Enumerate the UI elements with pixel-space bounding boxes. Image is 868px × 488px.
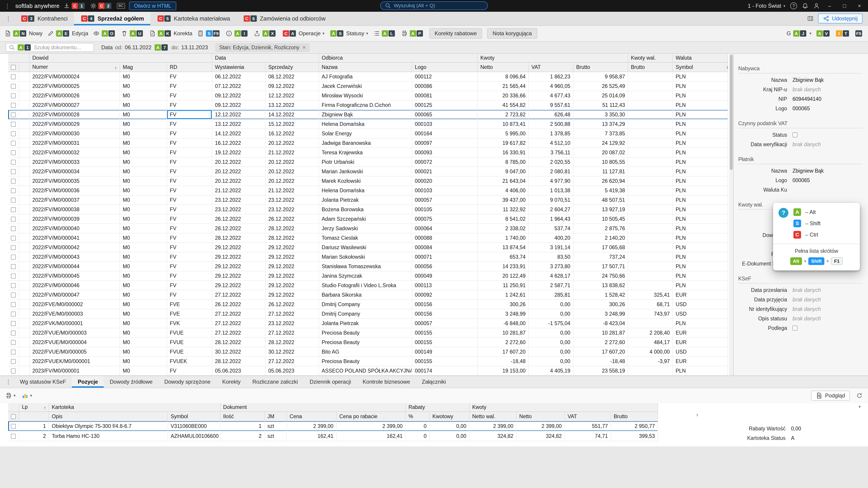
row-expand-cell[interactable] xyxy=(19,271,29,281)
row-expand-cell[interactable] xyxy=(19,129,29,138)
row-select-cell[interactable] xyxy=(8,431,19,441)
chart-button[interactable]: ▾ xyxy=(22,392,32,399)
invoice-row[interactable]: 2022/FV/M0/000047M0FV27.12.202229.12.202… xyxy=(8,290,728,300)
settings-button[interactable]: C2 xyxy=(90,3,113,9)
col-header-netto-wal[interactable]: Netto wal. xyxy=(469,412,516,421)
row-checkbox[interactable] xyxy=(11,434,16,439)
row-expand-cell[interactable] xyxy=(19,138,29,148)
row-checkbox[interactable] xyxy=(11,273,16,279)
row-checkbox[interactable] xyxy=(11,131,16,136)
field-checkbox-podlega[interactable] xyxy=(793,326,798,330)
document-search[interactable]: A1 xyxy=(5,43,94,52)
col-header-wystawienia[interactable]: Wystawienia xyxy=(212,62,266,72)
invoice-row[interactable]: 2022/FVE/M0/000003M0FVE27.12.202227.12.2… xyxy=(8,309,728,319)
row-expand-cell[interactable] xyxy=(19,309,29,319)
vertical-scrollbar[interactable] xyxy=(729,54,733,376)
detail-tabs-menu-icon[interactable]: ⋮ xyxy=(3,379,14,385)
row-checkbox[interactable] xyxy=(11,169,16,174)
invoice-row[interactable]: 2022/FVUE/M0/000004M0FVUE28.12.202228.12… xyxy=(8,337,728,347)
row-checkbox[interactable] xyxy=(11,424,16,429)
row-select-cell[interactable] xyxy=(8,214,19,224)
row-checkbox[interactable] xyxy=(11,245,16,250)
row-select-cell[interactable] xyxy=(8,347,19,357)
row-select-cell[interactable] xyxy=(8,72,19,81)
col-header-opis[interactable]: Opis xyxy=(49,412,168,421)
invoice-row[interactable]: 2022/FV/M0/000025M0FV07.12.202209.12.202… xyxy=(8,81,728,91)
col-header-netto[interactable]: Netto xyxy=(477,62,528,72)
row-checkbox[interactable] xyxy=(11,312,16,317)
row-checkbox[interactable] xyxy=(11,84,16,89)
tab-dowody-sprzezone[interactable]: Dowody sprzężone xyxy=(158,376,216,388)
nota-korygujaca-button[interactable]: Nota korygująca xyxy=(487,28,537,39)
col-header-rabat-kwotowy[interactable]: Kwotowy xyxy=(430,412,469,421)
correction-button[interactable]: AKKorekta xyxy=(149,30,192,37)
row-expand-cell[interactable] xyxy=(19,195,29,205)
document-search-input[interactable] xyxy=(34,44,91,51)
col-header-jm[interactable]: JM xyxy=(265,412,287,421)
col-header-cena[interactable]: Cena xyxy=(287,412,336,421)
invoice-row[interactable]: 2022/FV/M0/000046M0FV29.12.202229.12.202… xyxy=(8,281,728,290)
tab-kontrahenci[interactable]: C3Kontrahenci xyxy=(14,12,74,25)
row-select-cell[interactable] xyxy=(8,176,19,186)
invoice-row[interactable]: 2022/FV/M0/000024M0FV06.12.202208.12.202… xyxy=(8,72,728,81)
row-checkbox[interactable] xyxy=(11,179,16,184)
row-select-cell[interactable] xyxy=(8,328,19,337)
row-select-cell[interactable] xyxy=(8,100,19,110)
row-select-cell[interactable] xyxy=(8,138,19,148)
tab-dziennik-operacji[interactable]: Dziennik operacji xyxy=(304,376,357,388)
row-expand-cell[interactable] xyxy=(19,337,29,347)
row-select-cell[interactable] xyxy=(8,366,19,376)
tab-kartoteka-materialowa[interactable]: C5Kartoteka materiałowa xyxy=(150,12,237,25)
row-select-cell[interactable] xyxy=(8,421,19,431)
col-header-netto[interactable]: Netto xyxy=(516,412,565,421)
col-header-mag[interactable]: Mag xyxy=(120,62,167,72)
open-button[interactable]: AO xyxy=(93,30,116,37)
col-header-logo[interactable]: Logo xyxy=(412,62,477,72)
row-checkbox[interactable] xyxy=(11,207,16,212)
positions-expander-icon[interactable]: › xyxy=(696,411,698,418)
col-header-numer[interactable]: Numer↑ xyxy=(29,62,120,72)
row-select-cell[interactable] xyxy=(8,357,19,366)
invoice-row[interactable]: 2022/FV/M0/000030M0FV14.12.202216.12.202… xyxy=(8,129,728,138)
row-checkbox[interactable] xyxy=(11,340,16,345)
minimize-button[interactable]: – xyxy=(825,3,835,9)
row-select-cell[interactable] xyxy=(8,262,19,271)
col-header-vat[interactable]: VAT xyxy=(528,62,573,72)
invoice-row[interactable]: 2022/FV/M0/000045M0FV29.12.202229.12.202… xyxy=(8,271,728,281)
row-checkbox[interactable] xyxy=(11,302,16,307)
row-select-cell[interactable] xyxy=(8,252,19,262)
operations-dropdown[interactable]: CAOperacje▾ xyxy=(282,30,324,37)
col-header-vat[interactable]: VAT xyxy=(565,412,611,421)
row-checkbox[interactable] xyxy=(11,160,16,165)
select-all-checkbox[interactable] xyxy=(11,414,16,419)
position-row[interactable]: 1Obiektyw Olympic 75-300 f/4.8-6.7V31106… xyxy=(8,421,658,431)
col-header-brutto-wal[interactable]: Brutto xyxy=(628,62,673,72)
group-view-dropdown[interactable]: GAJ▾ xyxy=(786,30,811,37)
invoice-row[interactable]: 2022/FV/M0/000039M0FV26.12.202226.12.202… xyxy=(8,214,728,224)
row-select-cell[interactable] xyxy=(8,309,19,319)
row-checkbox[interactable] xyxy=(11,141,16,146)
invoice-row[interactable]: 2022/FV/M0/000032M0FV19.12.202221.12.202… xyxy=(8,148,728,157)
preview-button[interactable]: Podgląd xyxy=(811,391,850,400)
refresh-icon[interactable] xyxy=(856,392,863,399)
date-range-filter[interactable]: Data od: 06.11.2022 A7 do: 13.11.2023 xyxy=(101,44,208,51)
layout-columns-icon[interactable] xyxy=(807,15,813,22)
row-expand-cell[interactable] xyxy=(19,205,29,214)
korekty-rabatowe-button[interactable]: Korekty rabatowe xyxy=(429,28,483,39)
invoice-row[interactable]: 2022/FVUEK/M0/000001M0FVUEK28.12.202227.… xyxy=(8,357,728,366)
row-select-cell[interactable] xyxy=(8,242,19,252)
col-header-sprzedazy[interactable]: Sprzedaży xyxy=(266,62,319,72)
col-header-ilosc[interactable]: Ilość xyxy=(220,412,265,421)
help-icon[interactable]: ? xyxy=(790,2,797,9)
invoice-row[interactable]: 2022/FV/M0/000036M0FV21.12.202221.12.202… xyxy=(8,186,728,195)
maximize-button[interactable]: □ xyxy=(839,3,849,9)
invoice-row[interactable]: 2022/FV/M0/000040M0FV28.12.202228.12.202… xyxy=(8,224,728,233)
row-select-cell[interactable] xyxy=(8,271,19,281)
bell-icon[interactable] xyxy=(802,3,808,9)
invoice-row[interactable]: 2022/FV/M0/000033M0FV20.12.202220.12.202… xyxy=(8,157,728,167)
row-select-cell[interactable] xyxy=(8,300,19,309)
row-expand-cell[interactable] xyxy=(19,252,29,262)
table-view-button[interactable]: IT xyxy=(835,30,850,37)
list-button[interactable]: AL xyxy=(373,30,396,37)
tab-zamowienia-od-odbiorcow[interactable]: C6Zamówienia od odbiorców xyxy=(237,12,332,25)
